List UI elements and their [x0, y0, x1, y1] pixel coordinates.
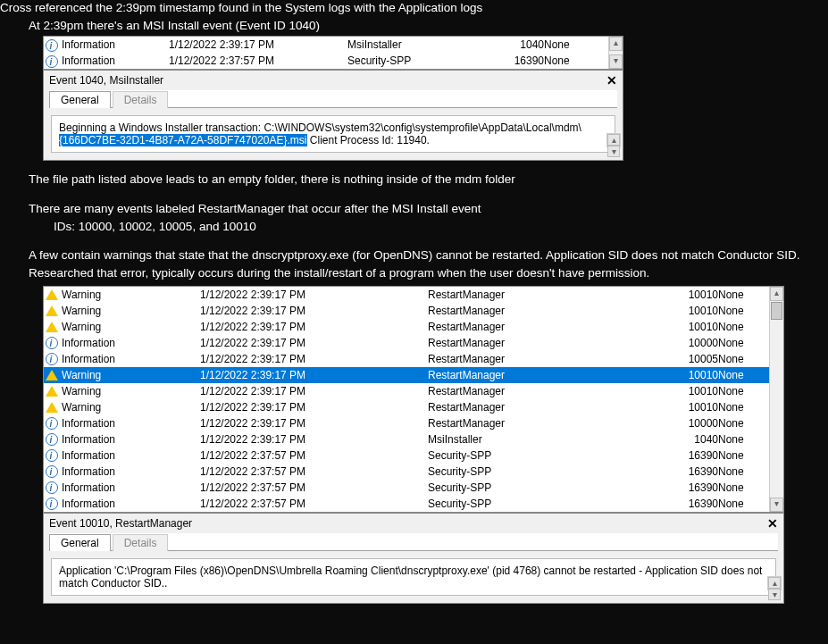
- info-icon: [46, 353, 58, 365]
- category-cell: None: [544, 53, 589, 69]
- date-cell: 1/12/2022 2:37:57 PM: [200, 496, 428, 512]
- level-cell: Warning: [62, 383, 200, 399]
- doc-line: The file path listed above leads to an e…: [0, 171, 828, 188]
- scroll-down-icon[interactable]: ▾: [607, 146, 620, 157]
- scroll-up-icon[interactable]: ▴: [609, 37, 623, 51]
- eventid-cell: 16390: [651, 464, 718, 480]
- source-cell: RestartManager: [428, 319, 651, 335]
- level-cell: Information: [62, 415, 200, 431]
- scroll-down-icon[interactable]: ▾: [768, 589, 781, 600]
- msg-text: Beginning a Windows Installer transactio…: [59, 121, 581, 134]
- detail-message: Beginning a Windows Installer transactio…: [51, 115, 615, 153]
- source-cell: MsiInstaller: [347, 37, 490, 53]
- msg-text: Client Process Id: 11940.: [307, 134, 430, 146]
- level-cell: Warning: [62, 367, 200, 383]
- detail-title: Event 10010, RestartManager: [49, 517, 192, 530]
- detail-title: Event 1040, MsiInstaller: [49, 74, 163, 87]
- category-cell: None: [718, 351, 772, 367]
- table-row[interactable]: Information1/12/2022 2:37:57 PMSecurity-…: [44, 53, 623, 69]
- category-cell: None: [718, 447, 772, 464]
- table-row[interactable]: Information1/12/2022 2:37:57 PMSecurity-…: [44, 496, 783, 512]
- table-row[interactable]: Warning1/12/2022 2:39:17 PMRestartManage…: [44, 319, 783, 335]
- scrollbar[interactable]: ▴ ▾: [769, 287, 783, 512]
- date-cell: 1/12/2022 2:39:17 PM: [200, 383, 428, 399]
- info-icon: [46, 417, 58, 430]
- category-cell: None: [718, 335, 772, 351]
- doc-line: Researched that error, typically occurs …: [0, 265, 828, 281]
- level-cell: Warning: [62, 319, 200, 335]
- tab-general[interactable]: General: [49, 91, 111, 108]
- table-row[interactable]: Information1/12/2022 2:39:17 PMRestartMa…: [44, 335, 783, 351]
- eventid-cell: 1040: [490, 37, 544, 53]
- table-row[interactable]: Warning1/12/2022 2:39:17 PMRestartManage…: [44, 303, 783, 319]
- source-cell: Security-SPP: [428, 447, 651, 464]
- table-row[interactable]: Information1/12/2022 2:39:17 PMMsiInstal…: [44, 37, 623, 53]
- scroll-up-icon[interactable]: ▴: [768, 577, 781, 589]
- scroll-up-icon[interactable]: ▴: [607, 134, 620, 146]
- scrollbar[interactable]: ▴ ▾: [767, 576, 782, 590]
- event-detail-10010: Event 10010, RestartManager ✕ General De…: [43, 513, 784, 604]
- table-row[interactable]: Information1/12/2022 2:37:57 PMSecurity-…: [44, 464, 783, 480]
- eventid-cell: 16390: [651, 447, 718, 464]
- date-cell: 1/12/2022 2:39:17 PM: [200, 303, 428, 319]
- eventid-cell: 10010: [651, 367, 718, 383]
- date-cell: 1/12/2022 2:37:57 PM: [200, 480, 428, 496]
- doc-line: There are many events labeled RestartMan…: [0, 201, 828, 217]
- date-cell: 1/12/2022 2:39:17 PM: [200, 287, 428, 303]
- source-cell: Security-SPP: [428, 480, 651, 496]
- info-icon: [46, 39, 58, 52]
- tab-general[interactable]: General: [49, 534, 111, 551]
- doc-line: Cross referenced the 2:39pm timestamp fo…: [0, 0, 828, 16]
- table-row[interactable]: Information1/12/2022 2:39:17 PMMsiInstal…: [44, 431, 783, 447]
- source-cell: RestartManager: [428, 287, 651, 303]
- level-cell: Information: [62, 351, 200, 367]
- tab-details[interactable]: Details: [113, 534, 169, 551]
- table-row[interactable]: Warning1/12/2022 2:39:17 PMRestartManage…: [44, 287, 783, 303]
- eventid-cell: 16390: [651, 480, 718, 496]
- warning-icon: [46, 289, 58, 300]
- info-icon: [46, 449, 58, 462]
- eventid-cell: 10000: [651, 415, 718, 431]
- table-row[interactable]: Information1/12/2022 2:39:17 PMRestartMa…: [44, 351, 783, 367]
- source-cell: MsiInstaller: [428, 431, 651, 447]
- date-cell: 1/12/2022 2:37:57 PM: [200, 464, 428, 480]
- table-row[interactable]: Warning1/12/2022 2:39:17 PMRestartManage…: [44, 383, 783, 399]
- table-row[interactable]: Information1/12/2022 2:37:57 PMSecurity-…: [44, 447, 783, 464]
- level-cell: Warning: [62, 303, 200, 319]
- doc-line: IDs: 10000, 10002, 10005, and 10010: [0, 219, 828, 235]
- source-cell: Security-SPP: [428, 464, 651, 480]
- tab-details[interactable]: Details: [113, 91, 169, 108]
- info-icon: [46, 433, 58, 446]
- scrollbar[interactable]: ▴ ▾: [608, 37, 623, 69]
- date-cell: 1/12/2022 2:39:17 PM: [200, 431, 428, 447]
- table-row[interactable]: Information1/12/2022 2:39:17 PMRestartMa…: [44, 415, 783, 431]
- category-cell: None: [718, 367, 772, 383]
- scroll-down-icon[interactable]: ▾: [609, 54, 623, 69]
- table-row[interactable]: Warning1/12/2022 2:39:17 PMRestartManage…: [44, 399, 783, 415]
- table-row[interactable]: Warning1/12/2022 2:39:17 PMRestartManage…: [44, 367, 783, 383]
- date-cell: 1/12/2022 2:39:17 PM: [200, 351, 428, 367]
- source-cell: RestartManager: [428, 335, 651, 351]
- date-cell: 1/12/2022 2:39:17 PM: [200, 319, 428, 335]
- source-cell: RestartManager: [428, 399, 651, 415]
- date-cell: 1/12/2022 2:37:57 PM: [200, 447, 428, 464]
- eventid-cell: 1040: [651, 431, 718, 447]
- scrollbar-thumb[interactable]: [771, 302, 782, 320]
- level-cell: Information: [62, 480, 200, 496]
- scroll-up-icon[interactable]: ▴: [770, 287, 783, 301]
- event-list-main: Warning1/12/2022 2:39:17 PMRestartManage…: [43, 286, 784, 513]
- scroll-down-icon[interactable]: ▾: [770, 498, 783, 512]
- date-cell: 1/12/2022 2:39:17 PM: [200, 415, 428, 431]
- table-row[interactable]: Information1/12/2022 2:37:57 PMSecurity-…: [44, 480, 783, 496]
- source-cell: RestartManager: [428, 415, 651, 431]
- date-cell: 1/12/2022 2:39:17 PM: [200, 367, 428, 383]
- eventid-cell: 10000: [651, 335, 718, 351]
- eventid-cell: 10005: [651, 351, 718, 367]
- eventid-cell: 16390: [651, 496, 718, 512]
- detail-tabs: General Details: [49, 533, 778, 551]
- close-icon[interactable]: ✕: [606, 73, 617, 88]
- date-cell: 1/12/2022 2:39:17 PM: [200, 335, 428, 351]
- scrollbar[interactable]: ▴ ▾: [606, 133, 621, 147]
- category-cell: None: [718, 399, 772, 415]
- close-icon[interactable]: ✕: [767, 516, 778, 531]
